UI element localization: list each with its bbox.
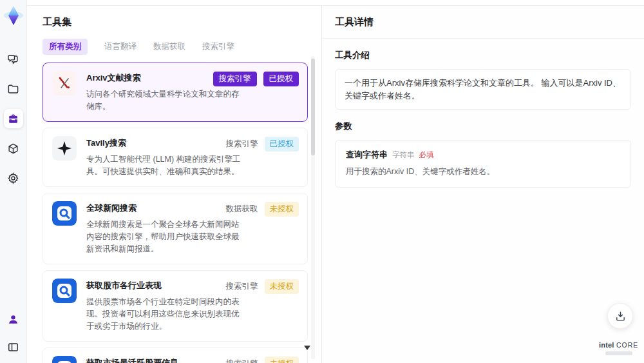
param-desc: 用于搜索的Arxiv ID、关键字或作者姓名。: [346, 166, 620, 177]
app-logo[interactable]: [3, 5, 24, 26]
download-icon: [615, 311, 626, 322]
blue-search-icon: [52, 201, 77, 226]
category-tab[interactable]: 数据获取: [153, 41, 185, 52]
tool-list-panel: 工具集 所有类别语言翻译数据获取搜索引擎 Arxiv文献搜索 访问各个研究领域大…: [27, 6, 322, 363]
panel-toggle-icon[interactable]: [4, 337, 23, 357]
param-required-badge: 必填: [419, 150, 434, 160]
content-area: 工具集 所有类别语言翻译数据获取搜索引擎 Arxiv文献搜索 访问各个研究领域大…: [27, 5, 644, 363]
tool-badges: 搜索引擎 已授权: [213, 72, 299, 86]
category-tab[interactable]: 搜索引擎: [202, 41, 234, 52]
category-badge: 数据获取: [226, 204, 258, 215]
tool-desc: 提供股票市场各个行业在特定时间段内的表现。投资者可以利用这些信息来识别表现优于或…: [86, 296, 246, 333]
user-icon[interactable]: [4, 309, 23, 329]
auth-status-badge: 未授权: [265, 279, 299, 294]
category-badge: 搜索引擎: [213, 72, 257, 86]
blue-search-icon: [52, 279, 77, 303]
tavily-star-icon: [52, 136, 77, 161]
tool-desc: 专为人工智能代理 (LLM) 构建的搜索引擎工具。可快速提供实时、准确和真实的结…: [86, 153, 246, 179]
param-type: 字符串: [392, 150, 415, 160]
tool-card[interactable]: 全球新闻搜索 全球新闻搜索是一个聚合全球各大新闻网站内容的搜索引擎，帮助用户快速…: [43, 193, 308, 264]
tool-card[interactable]: 获取市场最活跃股票信息 提供当天交易量最高的股票列表。投资者可以利用这些信息来识…: [43, 348, 308, 363]
sidebar-bottom-nav: [4, 309, 23, 357]
category-badge: 搜索引擎: [226, 281, 258, 292]
tool-detail-panel: 工具详情 工具介绍 一个用于从Arxiv存储库搜索科学论文和文章的工具。 输入可…: [322, 6, 644, 363]
auth-status-badge: 已授权: [265, 137, 299, 152]
brand-core: CORE: [616, 341, 638, 349]
auth-status-badge: 已授权: [263, 72, 299, 86]
tool-badges: 搜索引擎 已授权: [226, 137, 299, 152]
blue-search-icon: [52, 356, 77, 363]
category-tab[interactable]: 语言翻译: [104, 41, 137, 52]
page-title: 工具集: [43, 16, 321, 28]
chat-icon[interactable]: [4, 50, 23, 69]
tool-card[interactable]: Arxiv文献搜索 访问各个研究领域大量科学论文和文章的存储库。 搜索引擎 已授…: [43, 63, 308, 122]
param-card: 查询字符串 字符串 必填 用于搜索的Arxiv ID、关键字或作者姓名。: [335, 140, 631, 188]
intro-heading: 工具介绍: [335, 50, 631, 61]
intel-core-logo: intel CORE: [599, 341, 636, 349]
toolbox-icon[interactable]: [4, 109, 23, 128]
sidebar-nav: [4, 50, 23, 188]
auth-status-badge: 未授权: [265, 202, 299, 217]
tool-badges: 搜索引擎 未授权: [226, 279, 299, 294]
settings-icon[interactable]: [4, 168, 23, 188]
category-tabs: 所有类别语言翻译数据获取搜索引擎: [43, 39, 321, 54]
tool-card[interactable]: Tavily搜索 专为人工智能代理 (LLM) 构建的搜索引擎工具。可快速提供实…: [43, 128, 308, 187]
category-tab[interactable]: 所有类别: [43, 39, 88, 55]
download-button[interactable]: [607, 303, 633, 329]
divider: [322, 38, 644, 39]
tool-card[interactable]: 获取股市各行业表现 提供股票市场各个行业在特定时间段内的表现。投资者可以利用这些…: [43, 270, 308, 342]
param-name: 查询字符串: [346, 149, 388, 161]
folder-icon[interactable]: [4, 79, 23, 99]
cube-icon[interactable]: [4, 139, 23, 158]
sidebar: [0, 0, 27, 363]
tool-badges: 数据获取 未授权: [226, 202, 299, 217]
detail-title: 工具详情: [335, 16, 631, 28]
tool-desc: 访问各个研究领域大量科学论文和文章的存储库。: [86, 88, 246, 113]
intro-text: 一个用于从Arxiv存储库搜索科学论文和文章的工具。 输入可以是Arxiv ID…: [335, 69, 631, 110]
tool-badges: 搜索引擎 未授权: [226, 357, 299, 363]
tool-desc: 全球新闻搜索是一个聚合全球各大新闻网站内容的搜索引擎，帮助用户快速获取全球最新资…: [86, 219, 246, 256]
brand-badge: [605, 351, 632, 355]
arxiv-icon: [52, 71, 77, 95]
scroll-down-icon[interactable]: [304, 346, 310, 350]
scrollbar-thumb[interactable]: [311, 59, 315, 155]
tool-list: Arxiv文献搜索 访问各个研究领域大量科学论文和文章的存储库。 搜索引擎 已授…: [43, 63, 308, 363]
category-badge: 搜索引擎: [226, 358, 258, 363]
params-heading: 参数: [335, 121, 631, 132]
auth-status-badge: 未授权: [265, 357, 299, 363]
brand-intel: intel: [599, 341, 614, 349]
category-badge: 搜索引擎: [226, 139, 258, 150]
app-window: 工具集 所有类别语言翻译数据获取搜索引擎 Arxiv文献搜索 访问各个研究领域大…: [0, 0, 644, 363]
param-head: 查询字符串 字符串 必填: [346, 149, 620, 161]
